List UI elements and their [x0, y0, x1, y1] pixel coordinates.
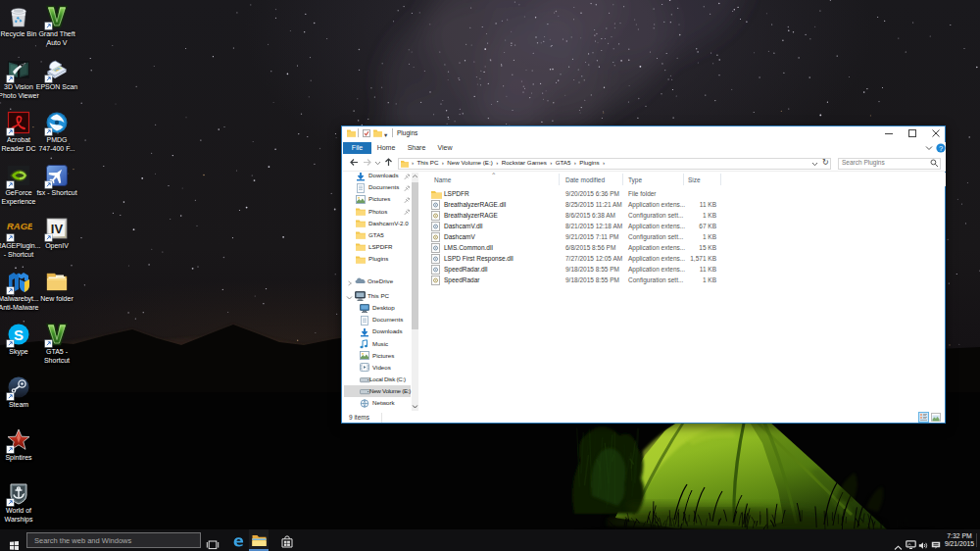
svg-text:IV: IV	[51, 222, 64, 236]
svg-text:?: ?	[939, 144, 943, 153]
